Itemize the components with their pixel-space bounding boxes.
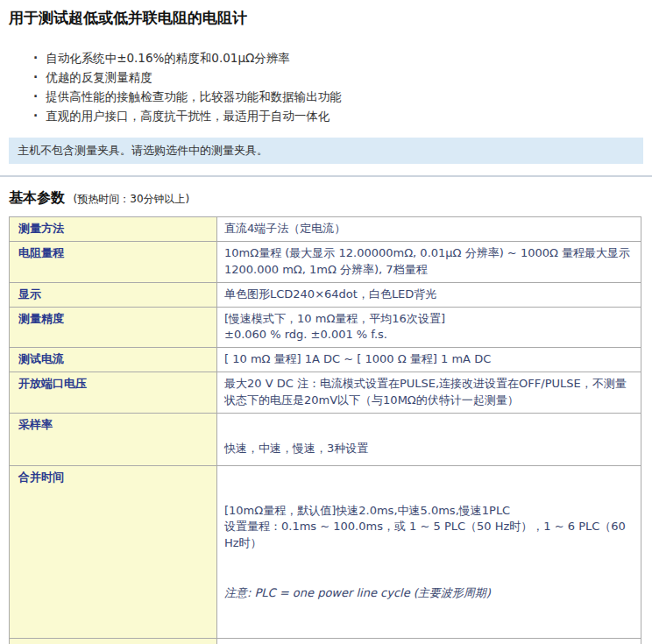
spec-label: 测量精度	[10, 307, 217, 348]
feature-item: 优越的反复测量精度	[33, 67, 643, 87]
feature-item: 提供高性能的接触检查功能，比较器功能和数据输出功能	[33, 87, 643, 106]
spec-value: [慢速模式下，10 mΩ量程，平均16次设置] ±0.060 % rdg. ±0…	[217, 307, 641, 348]
spec-label: 显示	[10, 282, 217, 307]
section-divider	[0, 175, 652, 177]
spec-table: 测量方法 直流4端子法（定电流） 电阻量程 10mΩ量程 (最大显示 12.00…	[9, 216, 641, 644]
spec-row: 其他功能 比较功能 (设定值和测量值的比较),延时功能, OVC (开端电压补偿…	[10, 639, 641, 644]
notice-bar: 主机不包含测量夹具。请选购选件中的测量夹具。	[9, 138, 643, 164]
spec-value: 直流4端子法（定电流）	[217, 217, 641, 242]
spec-label: 合并时间	[10, 465, 217, 638]
spec-row: 测量方法 直流4端子法（定电流）	[10, 217, 641, 242]
spec-row: 开放端口电压 最大20 V DC 注：电流模式设置在PULSE,连接改进设置在O…	[10, 372, 641, 414]
spec-label: 采样率	[10, 413, 217, 465]
section-title-text: 基本参数	[9, 189, 65, 206]
spec-row: 合并时间 [10mΩ量程，默认值]快速2.0ms,中速5.0ms,慢速1PLC …	[10, 465, 641, 638]
spec-value-text: [10mΩ量程，默认值]快速2.0ms,中速5.0ms,慢速1PLC 设置量程：…	[224, 503, 634, 553]
spec-label: 开放端口电压	[10, 372, 217, 414]
feature-item: 直观的用户接口，高度抗干扰性，最适用于自动一体化	[33, 106, 643, 125]
product-spec-page: 用于测试超低或低并联电阻的电阻计 自动化系统中±0.16%的精度和0.01μΩ分…	[0, 0, 652, 644]
feature-list: 自动化系统中±0.16%的精度和0.01μΩ分辨率 优越的反复测量精度 提供高性…	[9, 48, 643, 125]
spec-label: 测量方法	[10, 217, 217, 242]
spec-row: 电阻量程 10mΩ量程 (最大显示 12.00000mΩ, 0.01μΩ 分辨率…	[10, 242, 641, 283]
spec-row: 测量精度 [慢速模式下，10 mΩ量程，平均16次设置] ±0.060 % rd…	[10, 307, 641, 348]
spec-value: 快速，中速，慢速，3种设置	[217, 413, 641, 465]
spec-value: 比较功能 (设定值和测量值的比较),延时功能, OVC (开端电压补偿),平均值…	[217, 639, 641, 644]
section-title: 基本参数 (预热时间：30分钟以上)	[9, 189, 643, 208]
spec-row: 采样率 快速，中速，慢速，3种设置	[10, 413, 641, 465]
spec-value: 最大20 V DC 注：电流模式设置在PULSE,连接改进设置在OFF/PULS…	[217, 372, 641, 414]
feature-item: 自动化系统中±0.16%的精度和0.01μΩ分辨率	[33, 48, 643, 67]
spec-value: 10mΩ量程 (最大显示 12.00000mΩ, 0.01μΩ 分辨率) ~ 1…	[217, 242, 641, 283]
spec-value: [ 10 mΩ 量程] 1A DC ~ [ 1000 Ω 量程] 1 mA DC	[217, 348, 641, 372]
spec-note: 注意: PLC = one power line cycle (主要波形周期)	[224, 585, 634, 602]
spec-value: 单色图形LCD240×64dot，白色LED背光	[217, 282, 641, 307]
page-title: 用于测试超低或低并联电阻的电阻计	[9, 9, 643, 27]
section-title-suffix: (预热时间：30分钟以上)	[74, 193, 190, 205]
spec-label: 测试电流	[10, 348, 217, 372]
spec-row: 测试电流 [ 10 mΩ 量程] 1A DC ~ [ 1000 Ω 量程] 1 …	[10, 348, 641, 372]
spec-row: 显示 单色图形LCD240×64dot，白色LED背光	[10, 282, 641, 307]
spec-label: 其他功能	[10, 639, 217, 644]
spec-value: [10mΩ量程，默认值]快速2.0ms,中速5.0ms,慢速1PLC 设置量程：…	[217, 465, 641, 638]
spec-label: 电阻量程	[10, 242, 217, 283]
